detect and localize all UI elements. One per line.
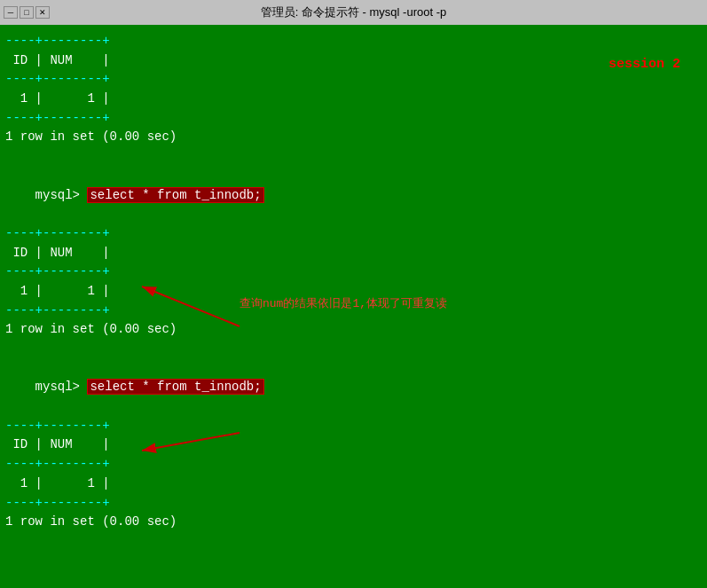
prompt-1: mysql> [35,188,88,202]
table-divider-1: ----+--------+ [5,70,702,90]
table-bottom-border-1: ----+--------+ [5,109,702,129]
table-row-1: 1 | 1 | [5,90,702,109]
table-header-3: ID | NUM | [5,435,702,455]
title-bar-controls[interactable]: ─ □ ✕ [4,6,50,19]
annotation-text: 查询num的结果依旧是1,体现了可重复读 [240,297,447,310]
sql-command-1: select * from t_innodb; [87,187,263,203]
table-header-1: ID | NUM | [5,51,702,71]
arrow-svg-1 [115,273,257,344]
prompt-line-2: mysql> select * from t_innodb; [5,359,702,417]
sql-command-2: select * from t_innodb; [87,379,263,395]
table-header-2: ID | NUM | [5,244,702,263]
minimize-button[interactable]: ─ [4,6,18,19]
table-row-3: 1 | 1 | [5,474,702,494]
prompt-line-1: mysql> select * from t_innodb; [5,167,702,224]
close-button[interactable]: ✕ [35,6,50,19]
terminal: session 2 ----+--------+ ID | NUM | ----… [0,25,707,588]
maximize-button[interactable]: □ [20,6,34,19]
title-bar: ─ □ ✕ 管理员: 命令提示符 - mysql -uroot -p [0,0,707,25]
prompt-2: mysql> [35,380,88,394]
table-top-border-2: ----+--------+ [5,224,702,244]
svg-line-1 [142,286,240,326]
session-label: session 2 [609,57,680,72]
window-title: 管理员: 命令提示符 - mysql -uroot -p [261,4,446,20]
table-top-border-3: ----+--------+ [5,417,702,436]
row-count-1: 1 row in set (0.00 sec) [5,128,702,147]
row-count-3: 1 row in set (0.00 sec) [5,513,702,532]
table-bottom-border-3: ----+--------+ [5,494,702,514]
table-divider-3: ----+--------+ [5,455,702,474]
table-divider-2: ----+--------+ [5,263,702,282]
annotation-block: 查询num的结果依旧是1,体现了可重复读 [240,295,447,311]
svg-line-3 [142,433,240,451]
table-top-border-1: ----+--------+ [5,32,702,51]
arrow-svg-2 [115,406,257,477]
row-count-2: 1 row in set (0.00 sec) [5,320,702,340]
